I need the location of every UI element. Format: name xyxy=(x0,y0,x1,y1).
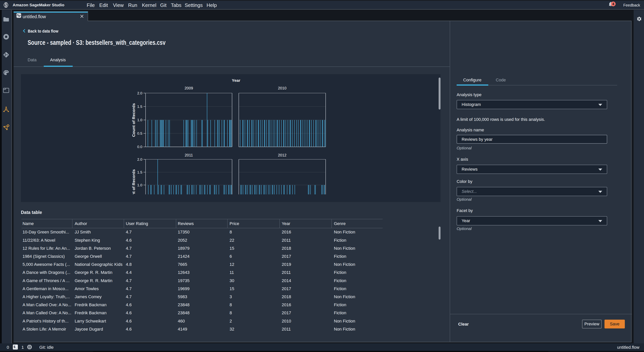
svg-text:1.5: 1.5 xyxy=(137,105,142,109)
svg-text:2011: 2011 xyxy=(185,153,193,157)
svg-text:2010: 2010 xyxy=(278,86,286,90)
svg-text:2009: 2009 xyxy=(184,86,193,90)
svg-text:2012: 2012 xyxy=(278,153,286,157)
svg-text:Count of Records: Count of Records xyxy=(131,169,136,194)
svg-text:Count of Records: Count of Records xyxy=(131,103,136,137)
svg-text:2.0: 2.0 xyxy=(137,91,142,95)
svg-text:1.5: 1.5 xyxy=(137,170,142,174)
svg-text:2.0: 2.0 xyxy=(137,158,142,162)
svg-text:1.0: 1.0 xyxy=(137,183,142,187)
svg-text:0.5: 0.5 xyxy=(137,131,142,135)
svg-text:1.0: 1.0 xyxy=(137,118,142,122)
svg-text:Year: Year xyxy=(232,78,240,83)
svg-text:0.0: 0.0 xyxy=(137,145,142,149)
